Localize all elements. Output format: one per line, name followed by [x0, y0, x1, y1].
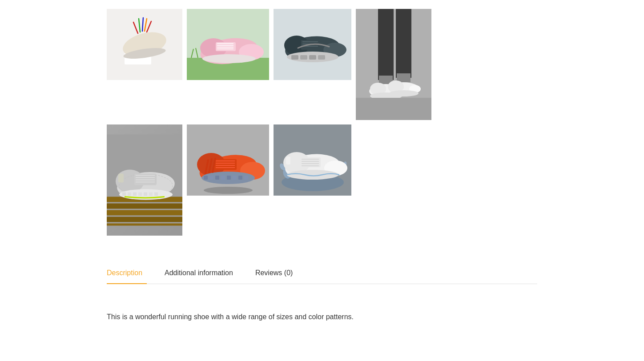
svg-rect-71 [144, 193, 147, 196]
svg-rect-35 [300, 55, 307, 60]
svg-point-54 [389, 90, 419, 96]
tab-additional-information[interactable]: Additional information [165, 262, 246, 284]
gallery-item-white-shoe-tall[interactable] [356, 9, 431, 120]
svg-rect-70 [138, 193, 142, 196]
gallery-row-1 [107, 9, 537, 120]
svg-rect-91 [238, 176, 242, 180]
svg-point-23 [202, 54, 256, 63]
svg-rect-85 [204, 176, 208, 180]
tab-description[interactable]: Description [107, 262, 156, 284]
svg-rect-55 [356, 98, 431, 120]
gallery-item-orange-shoe[interactable] [187, 124, 269, 196]
svg-rect-59 [107, 210, 182, 216]
svg-rect-92 [244, 176, 248, 180]
svg-rect-88 [221, 176, 225, 180]
tab-description-label: Description [107, 269, 142, 277]
svg-rect-43 [378, 9, 394, 80]
svg-rect-90 [233, 176, 237, 180]
tab-additional-information-label: Additional information [165, 269, 233, 277]
svg-rect-34 [291, 55, 298, 60]
svg-rect-87 [215, 176, 219, 180]
svg-rect-61 [107, 224, 182, 226]
tabs-section: Description Additional information Revie… [107, 262, 537, 284]
gallery-section [107, 9, 537, 236]
tab-reviews-label: Reviews (0) [255, 269, 293, 277]
svg-rect-58 [107, 204, 182, 209]
tab-reviews[interactable]: Reviews (0) [255, 262, 306, 284]
svg-rect-68 [128, 193, 131, 196]
gallery-row-2 [107, 124, 537, 236]
svg-rect-86 [209, 176, 213, 180]
svg-rect-69 [133, 193, 137, 196]
gallery-item-pink-shoe[interactable] [187, 9, 269, 80]
page-container: Description Additional information Revie… [0, 0, 644, 341]
gallery-item-water-shoe[interactable] [274, 124, 351, 196]
svg-rect-72 [149, 193, 153, 196]
svg-rect-113 [286, 156, 290, 164]
svg-rect-65 [118, 174, 124, 183]
tab-content-description: This is a wonderful running shoe with a … [107, 302, 537, 332]
svg-rect-89 [227, 176, 231, 180]
svg-rect-73 [154, 193, 158, 196]
svg-point-112 [287, 170, 338, 180]
gallery-item-colorful-shoe[interactable] [107, 9, 182, 80]
gallery-item-dark-shoe[interactable] [274, 9, 351, 80]
svg-point-80 [204, 187, 253, 194]
svg-rect-67 [122, 193, 126, 196]
tabs-nav: Description Additional information Revie… [107, 262, 537, 284]
description-text: This is a wonderful running shoe with a … [107, 311, 507, 323]
svg-rect-60 [107, 217, 182, 222]
gallery-item-grey-knit-shoe[interactable] [107, 124, 182, 236]
svg-rect-37 [318, 55, 325, 60]
svg-rect-44 [396, 9, 411, 78]
svg-rect-36 [309, 55, 316, 60]
